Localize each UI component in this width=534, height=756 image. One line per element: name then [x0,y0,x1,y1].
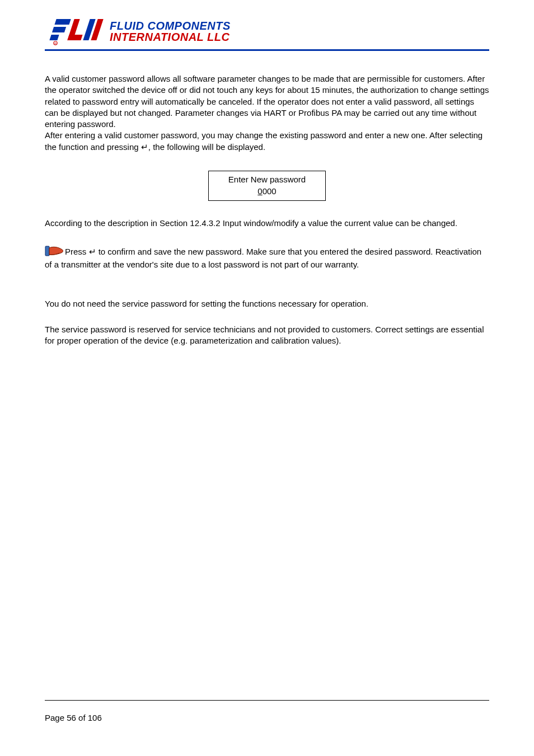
paragraph-change-password: After entering a valid customer password… [45,130,489,153]
logo-text: FLUID COMPONENTS INTERNATIONAL LLC [110,20,231,43]
paragraph-intro: A valid customer password allows all sof… [45,73,489,130]
svg-rect-4 [67,35,82,40]
paragraph-service-1: You do not need the service password for… [45,298,489,309]
paragraph-according: According to the description in Section … [45,218,489,229]
page-number: Page 56 of 106 [45,713,489,722]
fci-logo-icon: R [45,17,106,46]
display-value: 0000 [212,185,322,197]
svg-text:R: R [54,42,57,45]
paragraph-service-2: The service password is reserved for ser… [45,324,489,347]
display-rest-digits: 000 [263,186,277,196]
svg-rect-1 [52,27,66,32]
display-line1: Enter New password [212,173,322,185]
footer-divider [45,700,489,701]
svg-rect-0 [54,19,71,25]
logo-line2: INTERNATIONAL LLC [110,31,231,43]
note-paragraph: Press ↵ to confirm and save the new pass… [45,246,489,270]
svg-rect-2 [49,35,59,40]
svg-rect-9 [45,246,49,256]
note-text-a: Press ↵ to confirm and save the new pass… [65,247,435,256]
pointing-hand-icon [45,245,64,258]
header-logo: R FLUID COMPONENTS INTERNATIONAL LLC [45,17,489,46]
text-segment: function and pressing ↵, the following w… [59,142,265,152]
display-cursor-digit: 0 [257,186,262,196]
logo-line1: FLUID COMPONENTS [110,20,231,31]
header-divider [45,49,489,51]
page-footer: Page 56 of 106 [45,700,489,722]
lcd-display-box: Enter New password 0000 [208,171,326,201]
